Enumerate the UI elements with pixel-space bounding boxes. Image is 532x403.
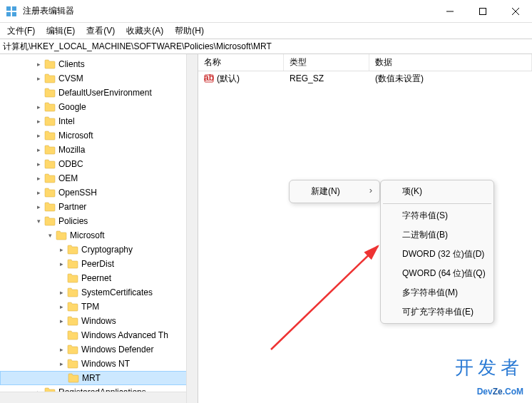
app-icon	[6, 6, 17, 17]
expander-icon[interactable]: ▸	[57, 245, 66, 254]
tree-item-windows[interactable]: ▸Windows	[0, 314, 198, 328]
tree-item-intel[interactable]: ▸Intel	[0, 114, 198, 128]
folder-icon	[44, 131, 56, 141]
tree-item-clients[interactable]: ▸Clients	[0, 57, 198, 71]
folder-icon	[67, 259, 78, 269]
tree-vscrollbar[interactable]	[186, 54, 198, 403]
tree-item-defaultuserenvironment[interactable]: ▸DefaultUserEnvironment	[0, 86, 198, 100]
tree-item-cvsm[interactable]: ▸CVSM	[0, 71, 198, 86]
ctx-new-string[interactable]: 字符串值(S)	[382, 206, 492, 225]
tree-item-policies[interactable]: ▾Policies	[0, 214, 198, 228]
expander-icon[interactable]: ▾	[46, 231, 54, 240]
folder-icon	[44, 159, 56, 169]
minimize-button[interactable]	[434, 0, 466, 23]
expander-icon[interactable]: ▸	[34, 188, 43, 197]
col-data[interactable]: 数据	[369, 54, 532, 71]
list-row[interactable]: ab (默认) REG_SZ (数值未设置)	[198, 71, 532, 86]
folder-icon	[67, 245, 78, 255]
menu-file[interactable]: 文件(F)	[1, 24, 41, 39]
tree-item-windows-advanced-th[interactable]: ▸Windows Advanced Th	[0, 328, 198, 342]
expander-icon[interactable]: ▸	[34, 131, 43, 140]
titlebar: 注册表编辑器	[0, 0, 532, 23]
tree-label: Windows	[81, 316, 116, 326]
expander-icon[interactable]: ▸	[34, 146, 43, 154]
tree-label: DefaultUserEnvironment	[58, 88, 152, 98]
expander-icon[interactable]: ▸	[34, 60, 43, 68]
menu-view[interactable]: 查看(V)	[81, 24, 121, 39]
expander-icon[interactable]: ▾	[34, 217, 43, 225]
tree-item-peernet[interactable]: ▸Peernet	[0, 271, 198, 285]
close-button[interactable]	[499, 0, 532, 23]
tree-item-peerdist[interactable]: ▸PeerDist	[0, 257, 198, 271]
menu-edit[interactable]: 编辑(E)	[41, 24, 81, 39]
tree-item-windows-defender[interactable]: ▸Windows Defender	[0, 342, 198, 357]
address-text: 计算机\HKEY_LOCAL_MACHINE\SOFTWARE\Policies…	[3, 41, 272, 53]
registry-tree: ▸Clients▸CVSM▸DefaultUserEnvironment▸Goo…	[0, 54, 198, 402]
expander-icon[interactable]: ▸	[34, 174, 43, 183]
tree-label: Windows Advanced Th	[81, 330, 168, 340]
expander-icon[interactable]: ▸	[57, 274, 66, 282]
string-value-icon: ab	[204, 73, 214, 83]
expander-icon[interactable]: ▸	[57, 260, 66, 268]
expander-icon[interactable]: ▸	[34, 203, 43, 211]
menu-help[interactable]: 帮助(H)	[169, 24, 210, 39]
expander-icon[interactable]: ▸	[34, 103, 43, 111]
expander-icon[interactable]: ▸	[58, 374, 66, 382]
expander-icon[interactable]: ▸	[57, 288, 66, 297]
tree-hscrollbar[interactable]	[0, 392, 186, 403]
tree-item-windows-nt[interactable]: ▸Windows NT	[0, 357, 198, 371]
expander-icon[interactable]: ▸	[34, 74, 43, 83]
col-name[interactable]: 名称	[198, 54, 284, 71]
tree-item-cryptography[interactable]: ▸Cryptography	[0, 243, 198, 257]
ctx-new-multistring[interactable]: 多字符串值(M)	[382, 283, 492, 302]
folder-icon	[67, 287, 78, 297]
folder-icon	[68, 373, 79, 383]
folder-icon	[44, 173, 56, 183]
cell-name-text: (默认)	[217, 73, 240, 85]
expander-icon[interactable]: ▸	[57, 345, 66, 354]
expander-icon[interactable]: ▸	[57, 317, 66, 325]
tree-item-microsoft[interactable]: ▾Microsoft	[0, 228, 198, 243]
folder-icon	[44, 73, 56, 83]
folder-icon	[44, 102, 56, 112]
ctx-new-qword[interactable]: QWORD (64 位)值(Q)	[382, 264, 492, 283]
cell-data: (数值未设置)	[369, 73, 532, 85]
tree-item-odbc[interactable]: ▸ODBC	[0, 157, 198, 171]
list-header: 名称 类型 数据	[198, 54, 532, 71]
tree-item-mrt[interactable]: ▸MRT	[0, 371, 198, 385]
tree-item-oem[interactable]: ▸OEM	[0, 171, 198, 185]
tree-item-systemcertificates[interactable]: ▸SystemCertificates	[0, 285, 198, 300]
ctx-new[interactable]: 新建(N)	[291, 182, 378, 201]
svg-text:ab: ab	[204, 73, 214, 83]
tree-item-partner[interactable]: ▸Partner	[0, 200, 198, 214]
tree-item-mozilla[interactable]: ▸Mozilla	[0, 143, 198, 157]
col-type[interactable]: 类型	[284, 54, 369, 71]
folder-icon	[67, 345, 78, 354]
address-bar[interactable]: 计算机\HKEY_LOCAL_MACHINE\SOFTWARE\Policies…	[0, 39, 532, 54]
expander-icon[interactable]: ▸	[34, 117, 43, 126]
folder-icon	[67, 316, 78, 326]
tree-label: Clients	[58, 59, 85, 69]
tree-item-tpm[interactable]: ▸TPM	[0, 300, 198, 314]
tree-label: Intel	[58, 116, 75, 126]
ctx-new-dword[interactable]: DWORD (32 位)值(D)	[382, 245, 492, 264]
expander-icon[interactable]: ▸	[34, 160, 43, 168]
menu-favorites[interactable]: 收藏夹(A)	[121, 24, 169, 39]
folder-icon	[44, 188, 56, 198]
expander-icon[interactable]: ▸	[57, 302, 66, 311]
tree-item-google[interactable]: ▸Google	[0, 100, 198, 114]
ctx-new-expandstring[interactable]: 可扩充字符串值(E)	[382, 302, 492, 322]
expander-icon[interactable]: ▸	[57, 331, 66, 340]
folder-icon	[44, 116, 56, 126]
ctx-new-binary[interactable]: 二进制值(B)	[382, 225, 492, 245]
ctx-new-key[interactable]: 项(K)	[382, 182, 492, 201]
tree-label: MRT	[82, 373, 101, 383]
expander-icon[interactable]: ▸	[34, 88, 43, 97]
tree-item-openssh[interactable]: ▸OpenSSH	[0, 185, 198, 200]
tree-item-microsoft[interactable]: ▸Microsoft	[0, 128, 198, 143]
tree-label: OEM	[58, 173, 78, 183]
expander-icon[interactable]: ▸	[57, 359, 66, 368]
folder-icon	[56, 230, 67, 240]
maximize-button[interactable]	[466, 0, 499, 23]
tree-label: Mozilla	[58, 145, 85, 155]
